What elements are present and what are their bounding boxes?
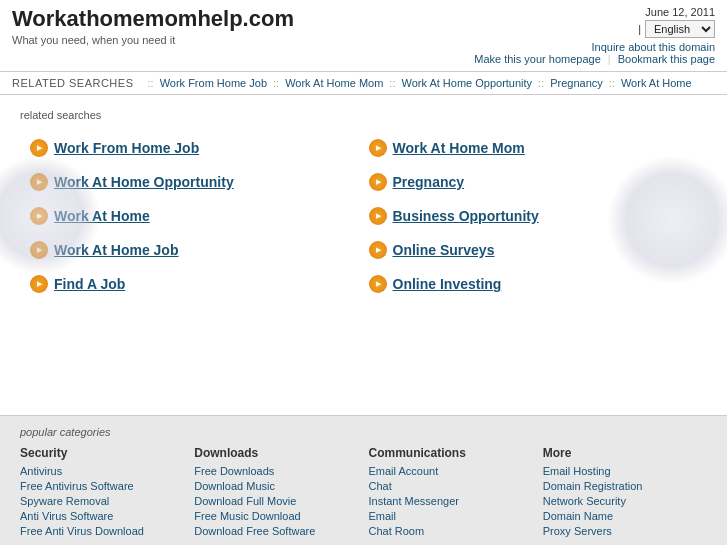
col-title-more: More	[543, 446, 707, 460]
search-link-business-opportunity[interactable]: Business Opportunity	[393, 208, 539, 224]
site-info: Workathomemomhelp.com What you need, whe…	[12, 6, 294, 46]
link-email-hosting[interactable]: Email Hosting	[543, 465, 707, 477]
inquire-link[interactable]: Inquire about this domain	[591, 41, 715, 53]
top-bar: Workathomemomhelp.com What you need, whe…	[0, 0, 727, 72]
language-select[interactable]: English Spanish French German	[645, 20, 715, 38]
link-network-security[interactable]: Network Security	[543, 495, 707, 507]
link-domain-name[interactable]: Domain Name	[543, 510, 707, 522]
separator: |	[638, 23, 641, 35]
site-tagline: What you need, when you need it	[12, 34, 294, 46]
nav-item-4[interactable]: Work At Home	[621, 77, 692, 89]
top-right-section: June 12, 2011 | English Spanish French G…	[474, 6, 715, 65]
search-link-online-surveys[interactable]: Online Surveys	[393, 242, 495, 258]
nav-item-3[interactable]: Pregnancy	[550, 77, 603, 89]
link-free-antivirus[interactable]: Free Antivirus Software	[20, 480, 184, 492]
link-chat[interactable]: Chat	[369, 480, 533, 492]
search-link-pregnancy[interactable]: Pregnancy	[393, 174, 465, 190]
homepage-link[interactable]: Make this your homepage	[474, 53, 601, 65]
bookmark-link[interactable]: Bookmark this page	[618, 53, 715, 65]
link-chat-room[interactable]: Chat Room	[369, 525, 533, 537]
site-title: Workathomemomhelp.com	[12, 6, 294, 32]
nav-item-1[interactable]: Work At Home Mom	[285, 77, 383, 89]
nav-item-0[interactable]: Work From Home Job	[160, 77, 267, 89]
arrow-icon	[369, 241, 387, 259]
search-link-work-from-home-job[interactable]: Work From Home Job	[54, 140, 199, 156]
decorative-circle-right	[607, 155, 727, 285]
link-free-music-dl[interactable]: Free Music Download	[194, 510, 358, 522]
popular-categories-label: popular categories	[20, 426, 707, 438]
arrow-icon	[369, 139, 387, 157]
search-item: Find A Job	[30, 267, 369, 301]
link-email-account[interactable]: Email Account	[369, 465, 533, 477]
popular-col-more: More Email Hosting Domain Registration N…	[543, 446, 707, 540]
link-spyware[interactable]: Spyware Removal	[20, 495, 184, 507]
related-searches-heading: related searches	[20, 109, 707, 121]
link-email[interactable]: Email	[369, 510, 533, 522]
link-free-downloads[interactable]: Free Downloads	[194, 465, 358, 477]
date-display: June 12, 2011	[474, 6, 715, 18]
arrow-icon	[369, 275, 387, 293]
link-antivirus[interactable]: Antivirus	[20, 465, 184, 477]
top-links: Inquire about this domain Make this your…	[474, 41, 715, 65]
popular-section: popular categories Security Antivirus Fr…	[0, 415, 727, 545]
search-grid: Work From Home Job Work At Home Mom Work…	[30, 131, 707, 301]
popular-grid: Security Antivirus Free Antivirus Softwa…	[20, 446, 707, 540]
col-title-security: Security	[20, 446, 184, 460]
nav-bar: RELATED SEARCHES :: Work From Home Job :…	[0, 72, 727, 95]
link-download-music[interactable]: Download Music	[194, 480, 358, 492]
link-instant-messenger[interactable]: Instant Messenger	[369, 495, 533, 507]
link-download-software[interactable]: Download Free Software	[194, 525, 358, 537]
main-content: related searches Work From Home Job Work…	[0, 95, 727, 415]
link-free-antivirus-dl[interactable]: Free Anti Virus Download	[20, 525, 184, 537]
popular-col-downloads: Downloads Free Downloads Download Music …	[194, 446, 358, 540]
search-link-online-investing[interactable]: Online Investing	[393, 276, 502, 292]
related-searches-label: RELATED SEARCHES	[12, 77, 134, 89]
language-section: | English Spanish French German	[474, 20, 715, 38]
popular-col-communications: Communications Email Account Chat Instan…	[369, 446, 533, 540]
arrow-icon	[369, 173, 387, 191]
search-item: Work From Home Job	[30, 131, 369, 165]
col-title-communications: Communications	[369, 446, 533, 460]
popular-col-security: Security Antivirus Free Antivirus Softwa…	[20, 446, 184, 540]
link-domain-registration[interactable]: Domain Registration	[543, 480, 707, 492]
link-antivirus-software[interactable]: Anti Virus Software	[20, 510, 184, 522]
nav-item-2[interactable]: Work At Home Opportunity	[401, 77, 532, 89]
arrow-icon	[369, 207, 387, 225]
link-proxy-servers[interactable]: Proxy Servers	[543, 525, 707, 537]
search-link-work-at-home-mom[interactable]: Work At Home Mom	[393, 140, 525, 156]
link-download-movie[interactable]: Download Full Movie	[194, 495, 358, 507]
arrow-icon	[30, 275, 48, 293]
col-title-downloads: Downloads	[194, 446, 358, 460]
search-link-find-a-job[interactable]: Find A Job	[54, 276, 125, 292]
